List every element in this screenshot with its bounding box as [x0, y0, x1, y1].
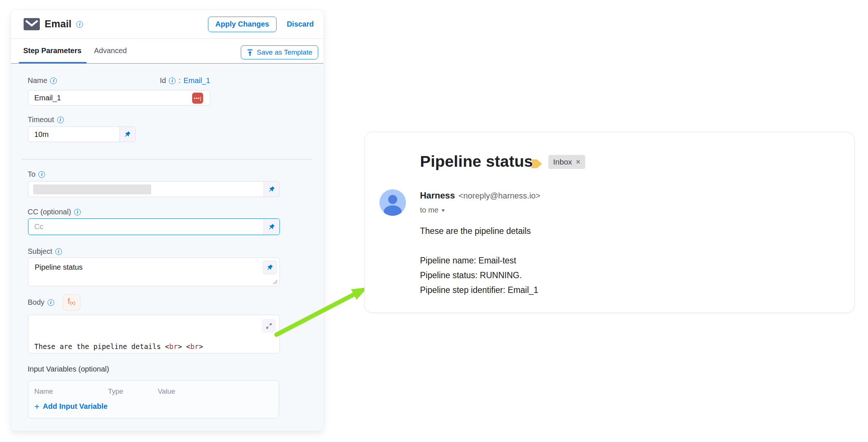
panel-header: Email i Apply Changes Discard	[11, 10, 323, 39]
id-row: Id i : Email_1	[160, 76, 210, 85]
email-body-line: These are the pipeline details	[420, 224, 538, 238]
pin-icon	[268, 186, 275, 193]
add-input-variable-button[interactable]: + Add Input Variable	[34, 402, 108, 411]
caret-down-icon: ▾	[442, 207, 445, 214]
name-info-icon[interactable]: i	[50, 77, 57, 84]
id-label: Id	[160, 76, 166, 85]
subject-label: Subject	[28, 247, 52, 256]
cc-pin-button[interactable]	[264, 219, 280, 235]
expression-fx-button[interactable]: f (x)	[63, 294, 80, 311]
to-label: To	[28, 170, 35, 179]
subject-textarea[interactable]: Pipeline status	[28, 258, 280, 286]
timeout-label: Timeout	[28, 115, 54, 124]
sender-row: Harness <noreply@harness.io>	[420, 190, 540, 201]
timeout-input[interactable]	[28, 127, 119, 142]
body-code-line: These are the pipeline details <br> <br>	[34, 341, 280, 352]
section-divider	[21, 159, 312, 160]
column-header-type: Type	[108, 387, 123, 396]
to-input[interactable]	[28, 182, 264, 197]
to-input-box	[28, 181, 280, 197]
email-body-blank-line	[420, 238, 538, 253]
name-label-row: Name i	[28, 76, 57, 85]
remove-label-icon[interactable]: ×	[576, 158, 580, 166]
id-value-link[interactable]: Email_1	[184, 76, 210, 85]
email-body-line: Pipeline step identifier: Email_1	[420, 283, 538, 297]
discard-button[interactable]: Discard	[287, 20, 314, 28]
to-me-label: to me	[420, 206, 438, 214]
upload-to-bar-icon	[247, 49, 253, 56]
subject-value: Pipeline status	[35, 263, 83, 272]
fx-sub: (x)	[70, 300, 75, 305]
green-arrow	[271, 281, 376, 340]
column-header-name: Name	[34, 387, 53, 396]
add-input-variable-label: Add Input Variable	[43, 402, 108, 411]
email-subject: Pipeline status	[420, 152, 533, 170]
pin-icon	[266, 264, 274, 271]
plus-icon: +	[34, 403, 39, 410]
redacted-recipient-value	[33, 184, 151, 194]
to-label-row: To i	[28, 170, 45, 179]
email-body: These are the pipeline details Pipeline …	[420, 224, 538, 297]
cc-input-box	[28, 218, 280, 235]
importance-marker-icon[interactable]	[530, 158, 543, 170]
input-variables-table: Name Type Value + Add Input Variable	[28, 380, 279, 418]
name-label: Name	[28, 76, 47, 85]
name-input-box: •••|	[28, 90, 210, 106]
tab-step-parameters[interactable]: Step Parameters	[23, 46, 81, 55]
inbox-label-chip: Inbox ×	[548, 155, 585, 169]
cc-label: CC (optional)	[28, 208, 71, 216]
cc-info-icon[interactable]: i	[74, 209, 81, 215]
sender-name: Harness	[420, 190, 455, 201]
timeout-input-box	[28, 127, 136, 142]
sender-address: <noreply@harness.io>	[459, 191, 541, 201]
email-step-panel: Email i Apply Changes Discard Step Param…	[11, 10, 323, 431]
page-title: Email	[45, 18, 72, 30]
save-as-template-button[interactable]: Save as Template	[241, 45, 318, 59]
column-header-value: Value	[158, 387, 175, 396]
body-info-icon[interactable]: i	[48, 299, 54, 306]
timeout-info-icon[interactable]: i	[57, 117, 64, 123]
name-input[interactable]	[28, 90, 210, 105]
email-body-line: Pipeline name: Email-test	[420, 253, 538, 268]
subject-pin-button[interactable]	[263, 260, 277, 274]
extension-badge-icon[interactable]: •••|	[192, 93, 203, 104]
apply-changes-button[interactable]: Apply Changes	[208, 17, 277, 32]
body-code-editor[interactable]: These are the pipeline details <br> <br>…	[28, 315, 280, 353]
id-info-icon[interactable]: i	[169, 77, 176, 84]
timeout-label-row: Timeout i	[28, 115, 64, 124]
step-parameters-form: Name i Id i : Email_1 •••| Timeout i	[11, 65, 323, 431]
sender-avatar	[379, 189, 406, 216]
cc-label-row: CC (optional) i	[28, 208, 81, 216]
person-icon	[379, 189, 406, 216]
to-info-icon[interactable]: i	[38, 171, 45, 178]
active-tab-underline	[19, 62, 87, 63]
timeout-pin-button[interactable]	[119, 127, 135, 142]
envelope-icon	[24, 18, 40, 30]
body-label-row: Body i	[28, 298, 54, 307]
pin-icon	[124, 131, 131, 138]
subject-label-row: Subject i	[28, 247, 62, 256]
save-as-template-label: Save as Template	[257, 48, 312, 56]
pin-icon	[268, 223, 275, 231]
tab-advanced[interactable]: Advanced	[94, 46, 127, 55]
email-body-line: Pipeline status: RUNNING.	[420, 268, 538, 283]
page: Email i Apply Changes Discard Step Param…	[0, 0, 868, 442]
inbox-label: Inbox	[553, 158, 572, 166]
input-variables-label: Input Variables (optional)	[28, 365, 109, 373]
to-me-dropdown[interactable]: to me ▾	[420, 206, 445, 214]
subject-info-icon[interactable]: i	[55, 248, 62, 255]
body-label: Body	[28, 298, 45, 307]
cc-input[interactable]	[28, 219, 264, 235]
tab-bar: Step Parameters Advanced Save as Templat…	[11, 39, 323, 64]
id-colon: :	[178, 76, 181, 85]
email-preview-card: Pipeline status Inbox × Harness <noreply…	[364, 132, 855, 313]
to-pin-button[interactable]	[264, 182, 280, 197]
title-info-icon[interactable]: i	[76, 21, 83, 28]
